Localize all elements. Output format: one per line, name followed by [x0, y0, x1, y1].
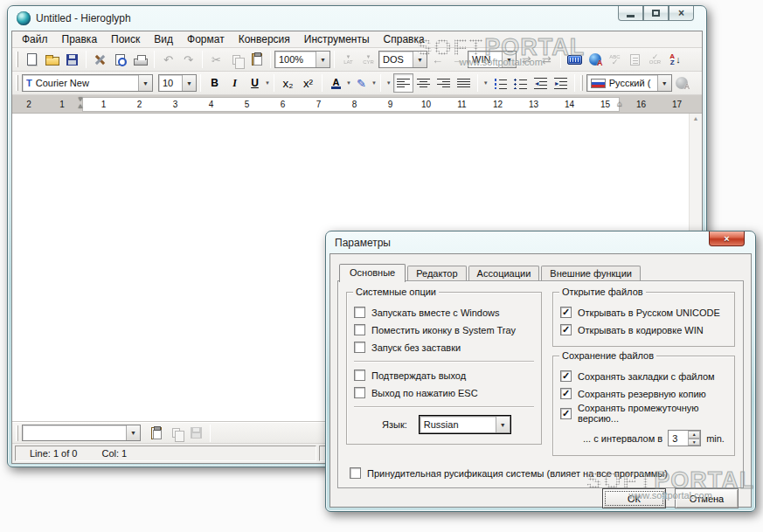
keyboard-button[interactable] — [565, 50, 585, 69]
menu-item[interactable]: Правка — [56, 31, 104, 47]
paste-button[interactable] — [246, 50, 267, 69]
menu-item[interactable]: Поиск — [105, 31, 146, 47]
checkbox-save-bookmarks[interactable]: Сохранять закладки с файлом — [560, 368, 727, 384]
redo-button[interactable]: ↷ — [178, 50, 198, 69]
superscript-button[interactable]: x² — [298, 73, 318, 93]
align-justify-button[interactable] — [454, 73, 474, 93]
encoding-swap-button[interactable]: ⇄ — [517, 50, 537, 69]
bookmark-combobox[interactable]: ▼ — [22, 425, 141, 441]
insert-page-button[interactable] — [166, 424, 186, 443]
dropdown-arrow-icon[interactable]: ▼ — [496, 417, 510, 432]
menu-item[interactable]: Вид — [148, 31, 179, 47]
scroll-up-icon[interactable]: ▲ — [693, 115, 699, 121]
copy-pages-button[interactable] — [146, 424, 166, 443]
cyr-button[interactable]: ▼CYR — [358, 50, 378, 69]
spinner-down-icon[interactable]: ▼ — [688, 439, 700, 446]
menu-item[interactable]: Формат — [181, 31, 231, 47]
checkbox-tray-icon[interactable]: Поместить иконку в System Tray — [354, 321, 534, 338]
decrease-indent-button[interactable] — [531, 73, 551, 93]
main-titlebar[interactable]: Untitled - Hieroglyph × — [11, 6, 703, 31]
italic-button[interactable]: I — [225, 73, 245, 93]
font-size-combobox[interactable]: 10 ▼ — [158, 74, 197, 92]
tab-general[interactable]: Основные — [339, 264, 406, 282]
ok-button[interactable]: ОК — [602, 488, 666, 508]
dropdown-arrow-icon[interactable]: ▼ — [182, 75, 196, 91]
checkbox-no-splash[interactable]: Запуск без заставки — [354, 339, 534, 356]
ruler[interactable]: 21 1234567891011121314151617 ▼▲ ⌂ — [12, 95, 702, 114]
align-left-button[interactable] — [393, 73, 413, 93]
font-name-combobox[interactable]: TCourier New ▼ — [22, 74, 153, 92]
ocr-button[interactable]: ✓OCR — [645, 50, 665, 69]
font-color-button[interactable]: A — [326, 73, 346, 93]
convert-forward-button[interactable]: → — [447, 50, 468, 69]
align-dropdown-arrow-icon[interactable]: ▼ — [386, 80, 392, 86]
align-right-button[interactable] — [434, 73, 454, 93]
increase-indent-button[interactable] — [551, 73, 571, 93]
dropdown-arrow-icon[interactable]: ▼ — [138, 75, 152, 91]
tab-external-functions[interactable]: Внешние функции — [541, 266, 641, 281]
spelling-globe-button[interactable] — [585, 50, 605, 69]
print-button[interactable] — [130, 50, 150, 69]
checkbox-open-russian-unicode[interactable]: Открывать в Русском UNICODE — [560, 304, 727, 321]
toolbar-grip[interactable] — [16, 52, 18, 67]
checkbox-confirm-exit[interactable]: Подтверждать выход — [354, 367, 534, 383]
toolbar-grip[interactable] — [16, 75, 18, 91]
menu-item[interactable]: Конверсия — [232, 31, 296, 47]
indent-marker[interactable]: ▼▲ — [77, 96, 84, 110]
undo-button[interactable]: ↶ — [158, 50, 178, 69]
print-preview-button[interactable] — [110, 50, 130, 69]
toolbar-grip[interactable] — [580, 75, 583, 91]
numbers-to-text-button[interactable]: ⇄ — [537, 50, 557, 69]
underline-dropdown-arrow-icon[interactable]: ▼ — [265, 80, 270, 86]
numbered-list-button[interactable] — [490, 73, 510, 93]
save-button[interactable] — [62, 50, 82, 69]
spellcheck-button[interactable]: ABC✓ — [605, 50, 625, 69]
dialog-titlebar[interactable]: Параметры × — [329, 231, 752, 253]
dropdown-arrow-icon[interactable]: ▼ — [126, 425, 140, 440]
edit-page-button[interactable] — [625, 50, 645, 69]
toolbar-grip[interactable] — [16, 425, 18, 441]
convert-back-button[interactable]: ← — [427, 50, 447, 69]
spinner-up-icon[interactable]: ▲ — [688, 431, 700, 439]
menu-item[interactable]: Справка — [378, 31, 431, 47]
keyboard-language-combobox[interactable]: Русский ( ▼ — [586, 74, 672, 92]
tab-associations[interactable]: Ассоциации — [468, 266, 540, 281]
checkbox-exit-on-esc[interactable]: Выход по нажатию ESC — [354, 384, 534, 401]
subscript-button[interactable]: x₂ — [278, 73, 298, 93]
underline-button[interactable]: U — [245, 73, 265, 93]
list-dropdown-arrow-icon[interactable]: ▼ — [483, 80, 489, 86]
ui-language-select[interactable]: Russian ▼ — [420, 416, 510, 433]
dropdown-arrow-icon[interactable]: ▼ — [413, 52, 427, 67]
bold-button[interactable]: B — [205, 73, 225, 93]
dos-encoding-combobox[interactable]: DOS ▼ — [378, 51, 427, 68]
dropdown-arrow-icon[interactable]: ▼ — [316, 52, 329, 67]
bulleted-list-button[interactable] — [510, 73, 531, 93]
win-encoding-combobox[interactable]: WIN ▼ — [468, 51, 517, 68]
open-file-button[interactable] — [42, 50, 62, 69]
sort-button[interactable]: AZ ↓ — [665, 50, 685, 69]
menu-item[interactable]: Инструменты — [298, 31, 376, 47]
close-button[interactable]: × — [669, 6, 694, 21]
maximize-button[interactable] — [643, 6, 669, 21]
menu-item[interactable]: Файл — [16, 31, 54, 47]
save-page-button[interactable] — [186, 424, 206, 443]
cut-button[interactable]: ✂ — [206, 50, 226, 69]
tab-editor[interactable]: Редактор — [407, 266, 466, 281]
highlight-button[interactable]: ✎ — [351, 73, 371, 93]
highlight-dropdown-arrow-icon[interactable]: ▼ — [371, 80, 377, 86]
dialog-close-button[interactable]: × — [709, 231, 745, 246]
checkbox-save-intermediate[interactable]: Сохранять промежуточную версию... — [560, 403, 727, 424]
zoom-combobox[interactable]: 100% ▼ — [274, 51, 330, 68]
lat-button[interactable]: ▼LAT — [338, 50, 358, 69]
dropdown-arrow-icon[interactable]: ▼ — [657, 75, 671, 91]
right-margin-marker[interactable]: ⌂ — [617, 99, 622, 108]
align-center-button[interactable] — [413, 73, 434, 93]
minimize-button[interactable] — [618, 6, 643, 21]
dropdown-arrow-icon[interactable]: ▼ — [502, 52, 516, 67]
checkbox-forced-russification[interactable]: Принудительная русификация системы (влия… — [346, 465, 735, 481]
cancel-button[interactable]: Отмена — [675, 488, 739, 508]
checkbox-start-with-windows[interactable]: Запускать вместе с Windows — [354, 304, 534, 321]
checkbox-open-win-encoding[interactable]: Открывать в кодировке WIN — [560, 321, 727, 338]
tools-button[interactable] — [90, 50, 110, 69]
copy-button[interactable] — [226, 50, 246, 69]
